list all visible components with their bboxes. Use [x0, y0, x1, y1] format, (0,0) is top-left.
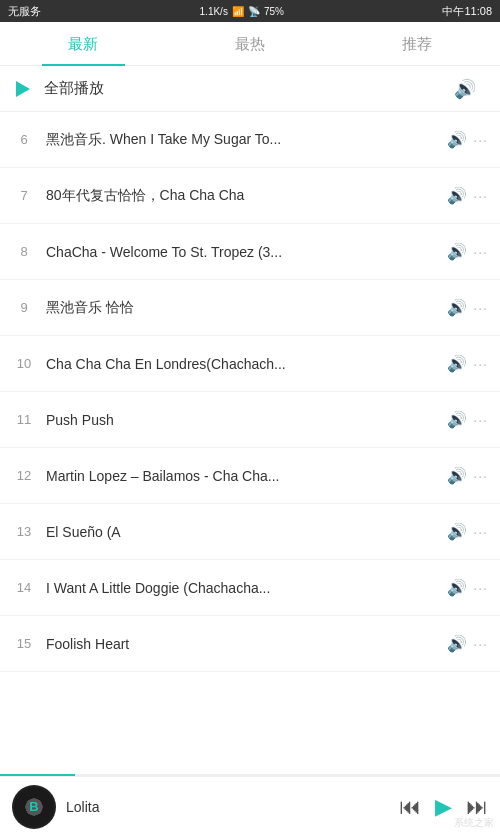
song-title: El Sueño (A: [46, 524, 447, 540]
speaker-icon[interactable]: 🔊: [447, 298, 467, 317]
list-item[interactable]: 7 80年代复古恰恰，Cha Cha Cha 🔊 ···: [0, 168, 500, 224]
more-icon[interactable]: ···: [473, 412, 488, 428]
list-item[interactable]: 9 黑池音乐 恰恰 🔊 ···: [0, 280, 500, 336]
song-number: 13: [10, 524, 38, 539]
battery-label: 75%: [264, 6, 284, 17]
tab-hot[interactable]: 最热: [167, 22, 334, 66]
more-icon[interactable]: ···: [473, 356, 488, 372]
song-number: 15: [10, 636, 38, 651]
song-title: I Want A Little Doggie (Chachacha...: [46, 580, 447, 596]
song-title: ChaCha - Welcome To St. Tropez (3...: [46, 244, 447, 260]
song-number: 11: [10, 412, 38, 427]
speaker-icon[interactable]: 🔊: [447, 410, 467, 429]
more-icon[interactable]: ···: [473, 188, 488, 204]
play-all-icon: [16, 81, 30, 97]
player-info: Lolita: [66, 799, 399, 815]
bottom-player: B Lolita ⏮ ▶ ⏭ 系统之家: [0, 776, 500, 836]
prev-button[interactable]: ⏮: [399, 794, 421, 820]
song-actions: 🔊 ···: [447, 242, 488, 261]
list-item[interactable]: 6 黑池音乐. When I Take My Sugar To... 🔊 ···: [0, 112, 500, 168]
speaker-icon[interactable]: 🔊: [447, 522, 467, 541]
more-icon[interactable]: ···: [473, 244, 488, 260]
play-all-label: 全部播放: [44, 79, 454, 98]
speaker-icon[interactable]: 🔊: [447, 466, 467, 485]
song-actions: 🔊 ···: [447, 186, 488, 205]
song-title: 黑池音乐. When I Take My Sugar To...: [46, 131, 447, 149]
list-item[interactable]: 8 ChaCha - Welcome To St. Tropez (3... 🔊…: [0, 224, 500, 280]
status-bar: 无服务 1.1K/s 📶 📡 75% 中午11:08: [0, 0, 500, 22]
song-number: 7: [10, 188, 38, 203]
now-playing-title: Lolita: [66, 799, 399, 815]
tab-recommend[interactable]: 推荐: [333, 22, 500, 66]
album-inner: B: [14, 787, 54, 827]
song-number: 9: [10, 300, 38, 315]
wifi-icon: 📶: [232, 6, 244, 17]
list-item[interactable]: 15 Foolish Heart 🔊 ···: [0, 616, 500, 672]
speaker-icon[interactable]: 🔊: [447, 242, 467, 261]
play-button[interactable]: ▶: [435, 794, 452, 820]
album-art: B: [12, 785, 56, 829]
play-all-speaker-icon: 🔊: [454, 78, 476, 100]
more-icon[interactable]: ···: [473, 468, 488, 484]
song-number: 8: [10, 244, 38, 259]
more-icon[interactable]: ···: [473, 524, 488, 540]
more-icon[interactable]: ···: [473, 300, 488, 316]
song-actions: 🔊 ···: [447, 410, 488, 429]
carrier-label: 无服务: [8, 4, 41, 19]
song-number: 6: [10, 132, 38, 147]
list-item[interactable]: 11 Push Push 🔊 ···: [0, 392, 500, 448]
more-icon[interactable]: ···: [473, 132, 488, 148]
song-title: Push Push: [46, 412, 447, 428]
song-actions: 🔊 ···: [447, 354, 488, 373]
speaker-icon[interactable]: 🔊: [447, 354, 467, 373]
song-title: Foolish Heart: [46, 636, 447, 652]
play-all-row[interactable]: 全部播放 🔊: [0, 66, 500, 112]
song-title: Martin Lopez – Bailamos - Cha Cha...: [46, 468, 447, 484]
song-actions: 🔊 ···: [447, 522, 488, 541]
status-center: 1.1K/s 📶 📡 75%: [200, 6, 284, 17]
speaker-icon[interactable]: 🔊: [447, 130, 467, 149]
tab-bar: 最新 最热 推荐: [0, 22, 500, 66]
list-item[interactable]: 13 El Sueño (A 🔊 ···: [0, 504, 500, 560]
album-label: B: [29, 799, 38, 814]
more-icon[interactable]: ···: [473, 636, 488, 652]
song-actions: 🔊 ···: [447, 130, 488, 149]
speaker-icon[interactable]: 🔊: [447, 186, 467, 205]
list-item[interactable]: 14 I Want A Little Doggie (Chachacha... …: [0, 560, 500, 616]
song-actions: 🔊 ···: [447, 298, 488, 317]
speed-label: 1.1K/s: [200, 6, 228, 17]
song-list: 6 黑池音乐. When I Take My Sugar To... 🔊 ···…: [0, 112, 500, 774]
song-actions: 🔊 ···: [447, 466, 488, 485]
time-label: 中午11:08: [442, 4, 492, 19]
song-actions: 🔊 ···: [447, 578, 488, 597]
more-icon[interactable]: ···: [473, 580, 488, 596]
song-actions: 🔊 ···: [447, 634, 488, 653]
song-number: 10: [10, 356, 38, 371]
list-item[interactable]: 10 Cha Cha Cha En Londres(Chachach... 🔊 …: [0, 336, 500, 392]
speaker-icon[interactable]: 🔊: [447, 634, 467, 653]
song-number: 12: [10, 468, 38, 483]
song-title: Cha Cha Cha En Londres(Chachach...: [46, 356, 447, 372]
tab-latest[interactable]: 最新: [0, 22, 167, 66]
song-number: 14: [10, 580, 38, 595]
list-item[interactable]: 12 Martin Lopez – Bailamos - Cha Cha... …: [0, 448, 500, 504]
song-title: 黑池音乐 恰恰: [46, 299, 447, 317]
speaker-icon[interactable]: 🔊: [447, 578, 467, 597]
song-title: 80年代复古恰恰，Cha Cha Cha: [46, 187, 447, 205]
watermark: 系统之家: [454, 816, 494, 830]
signal-icon: 📡: [248, 6, 260, 17]
